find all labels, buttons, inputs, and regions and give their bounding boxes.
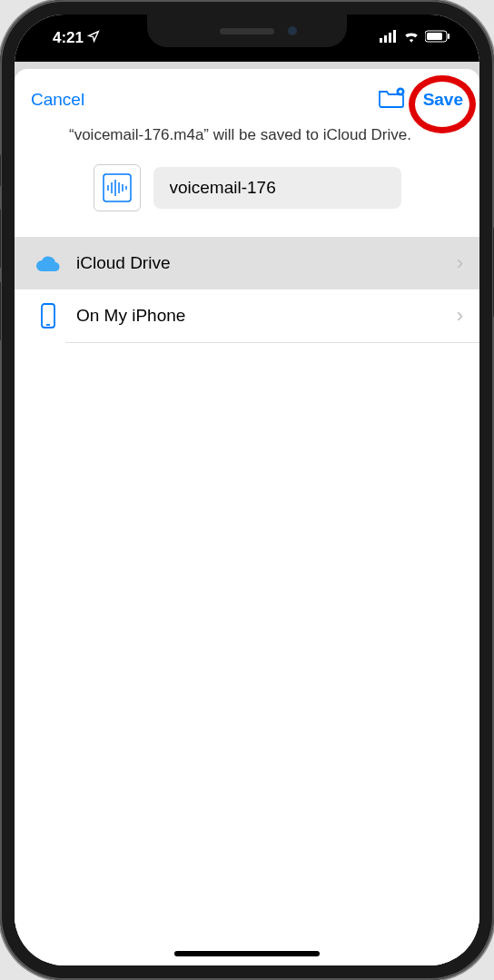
- location-list: iCloud Drive › On My iPhone ›: [15, 237, 479, 343]
- location-row-on-my-iphone[interactable]: On My iPhone ›: [15, 289, 479, 342]
- svg-rect-0: [380, 38, 382, 43]
- cellular-signal-icon: [380, 29, 398, 47]
- safari-background: Cancel Save: [15, 62, 479, 965]
- chevron-right-icon: ›: [457, 304, 463, 328]
- nav-bar: Cancel Save: [15, 69, 479, 125]
- location-arrow-icon: [87, 29, 100, 47]
- audio-waveform-icon: [94, 164, 141, 211]
- volume-up-button: [0, 209, 1, 269]
- save-subtitle: “voicemail-176.m4a” will be saved to iCl…: [15, 125, 479, 164]
- cancel-button[interactable]: Cancel: [31, 90, 84, 110]
- battery-icon: [425, 29, 450, 47]
- front-camera: [288, 26, 297, 35]
- divider: [65, 342, 479, 343]
- file-row: [15, 164, 479, 237]
- svg-rect-2: [389, 33, 391, 43]
- iphone-icon: [35, 302, 62, 329]
- mute-switch: [0, 154, 1, 187]
- save-button-label: Save: [423, 90, 463, 109]
- svg-rect-1: [384, 35, 387, 43]
- status-time: 4:21: [53, 29, 84, 47]
- location-label: On My iPhone: [76, 306, 442, 326]
- cloud-icon: [35, 250, 62, 277]
- svg-rect-5: [427, 33, 442, 40]
- svg-rect-3: [393, 30, 396, 43]
- chevron-right-icon: ›: [457, 251, 463, 275]
- speaker: [220, 28, 274, 34]
- screen: 4:21 Cancel: [15, 15, 479, 965]
- save-button[interactable]: Save: [423, 90, 463, 110]
- svg-rect-6: [448, 34, 450, 39]
- notch: [147, 15, 347, 47]
- filename-input[interactable]: [153, 167, 401, 209]
- location-row-icloud[interactable]: iCloud Drive ›: [15, 237, 479, 289]
- location-label: iCloud Drive: [76, 253, 442, 273]
- home-indicator[interactable]: [174, 951, 320, 956]
- phone-frame: 4:21 Cancel: [0, 0, 494, 980]
- wifi-icon: [403, 29, 420, 47]
- volume-down-button: [0, 281, 1, 341]
- save-sheet: Cancel Save: [15, 69, 479, 965]
- new-folder-button[interactable]: [378, 87, 405, 113]
